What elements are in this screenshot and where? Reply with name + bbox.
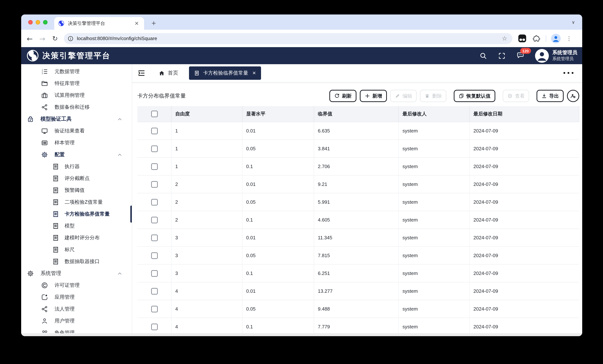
- sidebar-section-system-mgmt[interactable]: 系统管理: [21, 268, 132, 279]
- col-header-modified-date[interactable]: 最后修改日期: [470, 106, 579, 122]
- table-row[interactable]: 2 0.1 4.605 system 2024-07-09: [137, 211, 579, 229]
- table-row[interactable]: 3 0.05 7.815 system 2024-07-09: [137, 247, 579, 264]
- sidebar-item-binomial-z-constant[interactable]: 二项检验Z值常量: [21, 196, 132, 208]
- bookmark-star-icon[interactable]: ☆: [502, 35, 507, 42]
- reload-button[interactable]: ↻: [49, 34, 60, 42]
- users-icon: [41, 329, 48, 333]
- row-checkbox[interactable]: [151, 323, 158, 330]
- sidebar-item-app-mgmt[interactable]: 应用管理: [21, 291, 132, 303]
- collapse-sidebar-icon[interactable]: [137, 69, 146, 77]
- row-checkbox[interactable]: [151, 270, 158, 277]
- row-checkbox[interactable]: [151, 252, 158, 259]
- table-row[interactable]: 4 0.1 7.779 system 2024-07-09: [137, 318, 579, 333]
- row-checkbox[interactable]: [151, 199, 158, 205]
- row-checkbox[interactable]: [151, 181, 158, 188]
- edit-button[interactable]: 编辑: [390, 90, 417, 102]
- user-avatar[interactable]: [535, 49, 549, 63]
- new-tab-button[interactable]: ＋: [149, 18, 159, 28]
- table-row[interactable]: 3 0.01 11.345 system 2024-07-09: [137, 229, 579, 247]
- select-all-checkbox[interactable]: [151, 111, 158, 117]
- sidebar-item-ruler[interactable]: 标尺: [21, 244, 132, 256]
- table-row[interactable]: 1 0.01 6.635 system 2024-07-09: [137, 122, 579, 140]
- sidebar-item-data-backup-migration[interactable]: 数据备份和迁移: [21, 101, 132, 113]
- sidebar-item-model[interactable]: 模型: [21, 220, 132, 232]
- fullscreen-icon[interactable]: [498, 52, 506, 59]
- col-header-dof[interactable]: 自由度: [172, 106, 243, 122]
- sidebar-item-chisquare-critical-constant[interactable]: 卡方检验临界值常量: [21, 208, 132, 220]
- row-checkbox[interactable]: [151, 145, 158, 152]
- receipt-icon: [52, 187, 59, 194]
- browser-profile-avatar[interactable]: [551, 34, 561, 43]
- table-row[interactable]: 2 0.01 9.21 system 2024-07-09: [137, 175, 579, 193]
- refresh-button[interactable]: 刷新: [329, 90, 357, 102]
- view-button[interactable]: 查看: [503, 90, 529, 102]
- row-checkbox[interactable]: [151, 288, 158, 295]
- search-icon[interactable]: [479, 52, 487, 59]
- briefcase-icon: [41, 92, 48, 99]
- forward-button[interactable]: →: [37, 34, 48, 43]
- col-header-crit[interactable]: 临界值: [314, 106, 399, 122]
- active-page-tab[interactable]: 卡方检验临界值常量 ✕: [189, 67, 261, 80]
- row-checkbox[interactable]: [151, 216, 158, 223]
- browser-tab[interactable]: 决策引擎管理平台 ✕: [54, 17, 144, 30]
- sidebar-item-modeling-score-dist[interactable]: 建模时评分分布: [21, 232, 132, 244]
- messages-button[interactable]: 120: [516, 51, 524, 60]
- tab-close-icon[interactable]: ✕: [133, 21, 140, 26]
- gear-icon: [27, 270, 34, 277]
- table-row[interactable]: 3 0.1 6.251 system 2024-07-09: [137, 264, 579, 282]
- more-menu-icon[interactable]: •••: [563, 69, 575, 77]
- notification-badge: 120: [520, 48, 531, 54]
- sidebar-item-legal-entity-mgmt[interactable]: 法人管理: [21, 303, 132, 315]
- restore-defaults-button[interactable]: 恢复默认值: [454, 90, 495, 102]
- window-minimize-button[interactable]: [36, 20, 40, 24]
- window-zoom-button[interactable]: [43, 20, 47, 24]
- sidebar-item-trial-case-mgmt[interactable]: 试算用例管理: [21, 90, 132, 101]
- row-checkbox[interactable]: [151, 127, 158, 134]
- sidebar-item-score-cutoff[interactable]: 评分截断点: [21, 172, 132, 184]
- sidebar-item-data-extractor-api[interactable]: 数据抽取器接口: [21, 256, 132, 268]
- sidebar-section-model-verify-tools[interactable]: 模型验证工具: [21, 113, 132, 125]
- browser-menu-icon[interactable]: ⋮: [566, 35, 572, 42]
- sidebar-section-config[interactable]: 配置: [21, 149, 132, 161]
- column-settings-button[interactable]: [567, 90, 579, 102]
- list-card-icon: [41, 139, 48, 147]
- extensions-puzzle-icon[interactable]: [533, 34, 541, 43]
- col-header-sig[interactable]: 显著水平: [243, 106, 314, 122]
- tab-close-icon[interactable]: ✕: [252, 70, 256, 76]
- row-checkbox[interactable]: [151, 234, 158, 241]
- sidebar-item-license-mgmt[interactable]: 许可证管理: [21, 279, 132, 291]
- bag-check-icon: [27, 115, 34, 123]
- address-bar[interactable]: localhost:8080/#/mv/config/chiSquare ☆: [64, 33, 512, 44]
- site-info-icon[interactable]: [68, 35, 73, 41]
- sidebar-item-sample-mgmt[interactable]: 样本管理: [21, 137, 132, 149]
- sidebar-item-role-mgmt[interactable]: 角色管理: [21, 327, 132, 333]
- receipt-icon: [52, 246, 59, 253]
- extension-icon[interactable]: [518, 34, 526, 42]
- window-close-button[interactable]: [28, 20, 33, 24]
- toolbar: 刷新 新增 编辑 删除: [329, 90, 579, 102]
- export-button[interactable]: 导出: [536, 90, 564, 102]
- breadcrumb-home[interactable]: 首页: [159, 70, 178, 76]
- sidebar-item-user-mgmt[interactable]: 用户管理: [21, 315, 132, 327]
- table-row[interactable]: 2 0.05 5.991 system 2024-07-09: [137, 193, 579, 211]
- user-info[interactable]: 系统管理员 系统管理员: [552, 50, 577, 62]
- receipt-icon: [52, 198, 59, 206]
- app-title: 决策引擎管理平台: [42, 50, 111, 61]
- table-row[interactable]: 1 0.05 3.841 system 2024-07-09: [137, 140, 579, 158]
- table-row[interactable]: 4 0.01 13.277 system 2024-07-09: [137, 282, 579, 300]
- sidebar-item-feature-lib-mgmt[interactable]: 特征库管理: [21, 78, 132, 90]
- delete-button[interactable]: 删除: [420, 90, 446, 102]
- back-button[interactable]: ←: [24, 34, 35, 43]
- sidebar-item-metadata-mgmt[interactable]: 123 元数据管理: [21, 66, 132, 78]
- sidebar-item-warning-threshold[interactable]: 预警阈值: [21, 184, 132, 196]
- row-checkbox[interactable]: [151, 163, 158, 170]
- restore-icon: [459, 93, 464, 99]
- row-checkbox[interactable]: [151, 306, 158, 312]
- tab-search-chevron-icon[interactable]: ∨: [569, 18, 577, 26]
- sidebar-item-executor[interactable]: 执行器: [21, 161, 132, 172]
- table-row[interactable]: 4 0.05 9.488 system 2024-07-09: [137, 300, 579, 318]
- table-row[interactable]: 1 0.1 2.706 system 2024-07-09: [137, 158, 579, 175]
- sidebar-item-verify-result-view[interactable]: 验证结果查看: [21, 125, 132, 137]
- add-button[interactable]: 新增: [360, 90, 387, 102]
- col-header-modified-by[interactable]: 最后修改人: [399, 106, 470, 122]
